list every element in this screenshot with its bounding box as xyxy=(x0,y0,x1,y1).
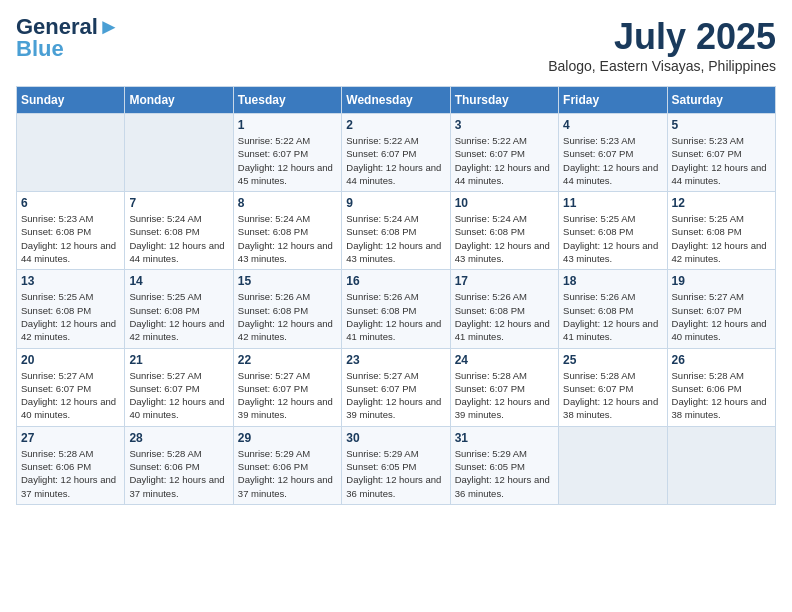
calendar-cell: 7Sunrise: 5:24 AM Sunset: 6:08 PM Daylig… xyxy=(125,192,233,270)
day-info: Sunrise: 5:28 AM Sunset: 6:06 PM Dayligh… xyxy=(129,447,228,500)
day-info: Sunrise: 5:29 AM Sunset: 6:05 PM Dayligh… xyxy=(346,447,445,500)
calendar-cell: 4Sunrise: 5:23 AM Sunset: 6:07 PM Daylig… xyxy=(559,114,667,192)
day-number: 2 xyxy=(346,118,445,132)
day-number: 14 xyxy=(129,274,228,288)
day-number: 10 xyxy=(455,196,554,210)
weekday-header-cell: Thursday xyxy=(450,87,558,114)
calendar-week-row: 27Sunrise: 5:28 AM Sunset: 6:06 PM Dayli… xyxy=(17,426,776,504)
day-number: 16 xyxy=(346,274,445,288)
logo: General►Blue xyxy=(16,16,120,60)
day-info: Sunrise: 5:22 AM Sunset: 6:07 PM Dayligh… xyxy=(238,134,337,187)
calendar-week-row: 6Sunrise: 5:23 AM Sunset: 6:08 PM Daylig… xyxy=(17,192,776,270)
day-info: Sunrise: 5:28 AM Sunset: 6:06 PM Dayligh… xyxy=(21,447,120,500)
day-number: 7 xyxy=(129,196,228,210)
day-number: 8 xyxy=(238,196,337,210)
calendar-cell xyxy=(125,114,233,192)
calendar-cell: 13Sunrise: 5:25 AM Sunset: 6:08 PM Dayli… xyxy=(17,270,125,348)
calendar-week-row: 13Sunrise: 5:25 AM Sunset: 6:08 PM Dayli… xyxy=(17,270,776,348)
weekday-header-cell: Wednesday xyxy=(342,87,450,114)
calendar-cell: 11Sunrise: 5:25 AM Sunset: 6:08 PM Dayli… xyxy=(559,192,667,270)
weekday-header-row: SundayMondayTuesdayWednesdayThursdayFrid… xyxy=(17,87,776,114)
day-number: 28 xyxy=(129,431,228,445)
day-number: 30 xyxy=(346,431,445,445)
day-number: 19 xyxy=(672,274,771,288)
calendar-cell: 30Sunrise: 5:29 AM Sunset: 6:05 PM Dayli… xyxy=(342,426,450,504)
day-number: 17 xyxy=(455,274,554,288)
calendar-cell: 22Sunrise: 5:27 AM Sunset: 6:07 PM Dayli… xyxy=(233,348,341,426)
day-info: Sunrise: 5:24 AM Sunset: 6:08 PM Dayligh… xyxy=(129,212,228,265)
day-number: 21 xyxy=(129,353,228,367)
weekday-header-cell: Monday xyxy=(125,87,233,114)
page-header: General►Blue July 2025 Balogo, Eastern V… xyxy=(16,16,776,74)
calendar-week-row: 1Sunrise: 5:22 AM Sunset: 6:07 PM Daylig… xyxy=(17,114,776,192)
calendar-cell: 10Sunrise: 5:24 AM Sunset: 6:08 PM Dayli… xyxy=(450,192,558,270)
day-info: Sunrise: 5:26 AM Sunset: 6:08 PM Dayligh… xyxy=(455,290,554,343)
calendar-cell xyxy=(17,114,125,192)
calendar-cell: 26Sunrise: 5:28 AM Sunset: 6:06 PM Dayli… xyxy=(667,348,775,426)
day-info: Sunrise: 5:23 AM Sunset: 6:08 PM Dayligh… xyxy=(21,212,120,265)
day-info: Sunrise: 5:25 AM Sunset: 6:08 PM Dayligh… xyxy=(129,290,228,343)
calendar-cell: 25Sunrise: 5:28 AM Sunset: 6:07 PM Dayli… xyxy=(559,348,667,426)
day-info: Sunrise: 5:26 AM Sunset: 6:08 PM Dayligh… xyxy=(238,290,337,343)
day-info: Sunrise: 5:22 AM Sunset: 6:07 PM Dayligh… xyxy=(346,134,445,187)
weekday-header-cell: Sunday xyxy=(17,87,125,114)
calendar-cell: 12Sunrise: 5:25 AM Sunset: 6:08 PM Dayli… xyxy=(667,192,775,270)
day-number: 25 xyxy=(563,353,662,367)
day-number: 26 xyxy=(672,353,771,367)
title-block: July 2025 Balogo, Eastern Visayas, Phili… xyxy=(548,16,776,74)
calendar-cell: 28Sunrise: 5:28 AM Sunset: 6:06 PM Dayli… xyxy=(125,426,233,504)
day-info: Sunrise: 5:29 AM Sunset: 6:05 PM Dayligh… xyxy=(455,447,554,500)
calendar-cell: 16Sunrise: 5:26 AM Sunset: 6:08 PM Dayli… xyxy=(342,270,450,348)
calendar-body: 1Sunrise: 5:22 AM Sunset: 6:07 PM Daylig… xyxy=(17,114,776,505)
calendar-cell: 21Sunrise: 5:27 AM Sunset: 6:07 PM Dayli… xyxy=(125,348,233,426)
calendar-cell: 24Sunrise: 5:28 AM Sunset: 6:07 PM Dayli… xyxy=(450,348,558,426)
day-number: 22 xyxy=(238,353,337,367)
weekday-header-cell: Saturday xyxy=(667,87,775,114)
calendar-cell: 9Sunrise: 5:24 AM Sunset: 6:08 PM Daylig… xyxy=(342,192,450,270)
day-number: 12 xyxy=(672,196,771,210)
calendar-cell xyxy=(559,426,667,504)
day-info: Sunrise: 5:25 AM Sunset: 6:08 PM Dayligh… xyxy=(21,290,120,343)
calendar-cell: 27Sunrise: 5:28 AM Sunset: 6:06 PM Dayli… xyxy=(17,426,125,504)
day-info: Sunrise: 5:28 AM Sunset: 6:06 PM Dayligh… xyxy=(672,369,771,422)
calendar-week-row: 20Sunrise: 5:27 AM Sunset: 6:07 PM Dayli… xyxy=(17,348,776,426)
calendar-cell: 23Sunrise: 5:27 AM Sunset: 6:07 PM Dayli… xyxy=(342,348,450,426)
day-number: 20 xyxy=(21,353,120,367)
day-info: Sunrise: 5:27 AM Sunset: 6:07 PM Dayligh… xyxy=(346,369,445,422)
calendar-cell: 14Sunrise: 5:25 AM Sunset: 6:08 PM Dayli… xyxy=(125,270,233,348)
day-info: Sunrise: 5:24 AM Sunset: 6:08 PM Dayligh… xyxy=(455,212,554,265)
day-number: 18 xyxy=(563,274,662,288)
calendar-cell: 3Sunrise: 5:22 AM Sunset: 6:07 PM Daylig… xyxy=(450,114,558,192)
day-number: 24 xyxy=(455,353,554,367)
calendar-cell: 2Sunrise: 5:22 AM Sunset: 6:07 PM Daylig… xyxy=(342,114,450,192)
calendar-cell: 19Sunrise: 5:27 AM Sunset: 6:07 PM Dayli… xyxy=(667,270,775,348)
day-number: 1 xyxy=(238,118,337,132)
day-info: Sunrise: 5:26 AM Sunset: 6:08 PM Dayligh… xyxy=(346,290,445,343)
day-info: Sunrise: 5:29 AM Sunset: 6:06 PM Dayligh… xyxy=(238,447,337,500)
calendar-cell: 5Sunrise: 5:23 AM Sunset: 6:07 PM Daylig… xyxy=(667,114,775,192)
weekday-header-cell: Tuesday xyxy=(233,87,341,114)
day-number: 27 xyxy=(21,431,120,445)
day-number: 23 xyxy=(346,353,445,367)
calendar-cell: 8Sunrise: 5:24 AM Sunset: 6:08 PM Daylig… xyxy=(233,192,341,270)
location-title: Balogo, Eastern Visayas, Philippines xyxy=(548,58,776,74)
day-info: Sunrise: 5:25 AM Sunset: 6:08 PM Dayligh… xyxy=(672,212,771,265)
day-info: Sunrise: 5:24 AM Sunset: 6:08 PM Dayligh… xyxy=(346,212,445,265)
calendar-cell: 29Sunrise: 5:29 AM Sunset: 6:06 PM Dayli… xyxy=(233,426,341,504)
day-number: 11 xyxy=(563,196,662,210)
day-info: Sunrise: 5:23 AM Sunset: 6:07 PM Dayligh… xyxy=(563,134,662,187)
day-info: Sunrise: 5:27 AM Sunset: 6:07 PM Dayligh… xyxy=(672,290,771,343)
day-info: Sunrise: 5:27 AM Sunset: 6:07 PM Dayligh… xyxy=(129,369,228,422)
month-title: July 2025 xyxy=(548,16,776,58)
day-info: Sunrise: 5:24 AM Sunset: 6:08 PM Dayligh… xyxy=(238,212,337,265)
calendar-cell xyxy=(667,426,775,504)
calendar-cell: 31Sunrise: 5:29 AM Sunset: 6:05 PM Dayli… xyxy=(450,426,558,504)
day-number: 5 xyxy=(672,118,771,132)
day-number: 13 xyxy=(21,274,120,288)
day-number: 29 xyxy=(238,431,337,445)
day-number: 3 xyxy=(455,118,554,132)
day-info: Sunrise: 5:27 AM Sunset: 6:07 PM Dayligh… xyxy=(21,369,120,422)
day-info: Sunrise: 5:28 AM Sunset: 6:07 PM Dayligh… xyxy=(563,369,662,422)
day-info: Sunrise: 5:28 AM Sunset: 6:07 PM Dayligh… xyxy=(455,369,554,422)
calendar-cell: 1Sunrise: 5:22 AM Sunset: 6:07 PM Daylig… xyxy=(233,114,341,192)
